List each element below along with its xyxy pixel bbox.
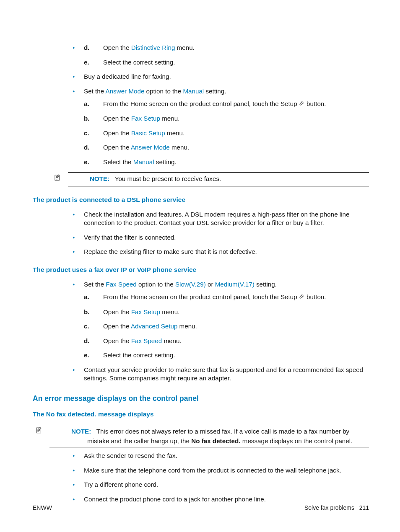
step-marker: e. — [84, 58, 89, 67]
dsl-item-1: Check the installation and features. A D… — [33, 210, 369, 227]
voip-set-fax-speed: Set the Fax Speed option to the Slow(V.2… — [33, 280, 369, 360]
ui-answer-mode2: Answer Mode — [131, 144, 170, 151]
error-item-4: Connect the product phone cord to a jack… — [33, 495, 369, 504]
note-bold: No fax detected. — [191, 437, 240, 444]
step-text: Select the Manual setting. — [103, 158, 177, 165]
note-box-no-fax: NOTE: This error does not always refer t… — [49, 425, 369, 447]
step-b: b. Open the Fax Setup menu. — [84, 308, 369, 317]
step-text: Open the Fax Setup menu. — [103, 115, 179, 122]
ui-manual: Manual — [183, 88, 204, 95]
step-marker: e. — [84, 158, 89, 167]
bullet-buy-line: Buy a dedicated line for faxing. — [33, 72, 369, 81]
footer-right: Solve fax problems 211 — [304, 504, 369, 512]
voip-contact-provider: Contact your service provider to make su… — [33, 366, 369, 383]
ui-distinctive-ring: Distinctive Ring — [131, 44, 175, 51]
ui-basic-setup: Basic Setup — [131, 129, 165, 137]
document-page: d. Open the Distinctive Ring menu. e. Se… — [0, 0, 400, 532]
bullet-text: Set the Answer Mode option to the Manual… — [84, 88, 226, 95]
ui-manual2: Manual — [133, 158, 154, 165]
step-d: d. Open the Distinctive Ring menu. — [84, 44, 369, 52]
footer-left: ENWW — [33, 504, 52, 512]
note-label: NOTE: — [90, 175, 109, 182]
step-a: a. From the Home screen on the product c… — [84, 293, 369, 302]
bullet-text: Check the installation and features. A D… — [84, 211, 349, 227]
bullet-text: Make sure that the telephone cord from t… — [84, 467, 341, 474]
dsl-item-3: Replace the existing filter to make sure… — [33, 248, 369, 256]
ui-fax-setup: Fax Setup — [131, 115, 160, 122]
step-d2: d. Open the Answer Mode menu. — [84, 143, 369, 152]
step-e: e. Select the correct setting. — [84, 58, 369, 67]
top-section: d. Open the Distinctive Ring menu. e. Se… — [33, 44, 369, 186]
step-text: Open the Basic Setup menu. — [103, 129, 184, 137]
note-content: NOTE: You must be present to receive fax… — [68, 174, 369, 184]
ui-fax-setup2: Fax Setup — [131, 308, 160, 315]
heading-error: An error message displays on the control… — [33, 394, 369, 404]
step-marker: a. — [84, 293, 89, 302]
note-content: NOTE: This error does not always refer t… — [49, 427, 369, 445]
step-marker: e. — [84, 351, 89, 360]
voip-steps: a. From the Home screen on the product c… — [84, 293, 369, 359]
step-marker: d. — [84, 44, 90, 52]
note-box-present: NOTE: You must be present to receive fax… — [68, 172, 369, 186]
error-item-1: Ask the sender to resend the fax. — [33, 452, 369, 460]
heading-no-fax-detected: The No fax detected. message displays — [33, 410, 369, 419]
page-number: 211 — [359, 504, 369, 511]
step-text: From the Home screen on the product cont… — [103, 100, 326, 107]
heading-voip: The product uses a fax over IP or VoIP p… — [33, 266, 369, 274]
step-a: a. From the Home screen on the product c… — [84, 100, 369, 108]
step-d: d. Open the Fax Speed menu. — [84, 337, 369, 346]
step-text: Open the Distinctive Ring menu. — [103, 44, 195, 51]
step-text: Select the correct setting. — [103, 351, 175, 359]
dsl-item-2: Verify that the filter is connected. — [33, 233, 369, 242]
note-text: This error does not always refer to a mi… — [87, 428, 352, 444]
ui-fax-speed: Fax Speed — [106, 281, 136, 288]
bullet-text: Connect the product phone cord to a jack… — [84, 496, 266, 503]
step-marker: b. — [84, 308, 90, 317]
step-e: e. Select the correct setting. — [84, 351, 369, 360]
step-text: Open the Answer Mode menu. — [103, 144, 189, 151]
step-text: Open the Advanced Setup menu. — [103, 323, 197, 330]
bullet-text: Contact your service provider to make su… — [84, 366, 363, 382]
continued-ordered-list: d. Open the Distinctive Ring menu. e. Se… — [84, 44, 369, 67]
step-b: b. Open the Fax Setup menu. — [84, 114, 369, 123]
step-marker: d. — [84, 337, 90, 346]
step-e2: e. Select the Manual setting. — [84, 158, 369, 167]
bullet-text: Try a different phone cord. — [84, 481, 158, 488]
note-label: NOTE: — [71, 428, 91, 435]
ui-answer-mode: Answer Mode — [106, 88, 145, 95]
note-icon — [61, 426, 71, 436]
ui-fax-speed2: Fax Speed — [131, 337, 162, 344]
step-marker: c. — [84, 129, 89, 138]
bullet-set-answer-mode: Set the Answer Mode option to the Manual… — [33, 87, 369, 167]
voip-list: Set the Fax Speed option to the Slow(V.2… — [33, 280, 369, 383]
step-marker: c. — [84, 322, 89, 331]
step-c: c. Open the Basic Setup menu. — [84, 129, 369, 138]
wrench-icon — [299, 100, 305, 108]
ui-slow-v29: Slow(V.29) — [175, 281, 206, 288]
ui-medium-v17: Medium(V.17) — [215, 281, 255, 288]
note-icon — [80, 174, 90, 184]
set-answer-steps: a. From the Home screen on the product c… — [84, 100, 369, 166]
bullet-text: Replace the existing filter to make sure… — [84, 248, 257, 255]
step-marker: b. — [84, 114, 90, 123]
bullet-text: Set the Fax Speed option to the Slow(V.2… — [84, 281, 277, 288]
step-text: Open the Fax Speed menu. — [103, 337, 182, 344]
dsl-list: Check the installation and features. A D… — [33, 210, 369, 256]
bullet-text: Ask the sender to resend the fax. — [84, 452, 177, 459]
step-c: c. Open the Advanced Setup menu. — [84, 322, 369, 331]
note-text: You must be present to receive faxes. — [115, 175, 221, 182]
step-marker: d. — [84, 143, 90, 152]
top-bullet-list: Buy a dedicated line for faxing. Set the… — [33, 72, 369, 166]
error-list: Ask the sender to resend the fax. Make s… — [33, 452, 369, 504]
error-item-2: Make sure that the telephone cord from t… — [33, 466, 369, 475]
wrench-icon — [299, 293, 305, 302]
bullet-text: Buy a dedicated line for faxing. — [84, 73, 171, 80]
error-item-3: Try a different phone cord. — [33, 480, 369, 489]
heading-dsl: The product is connected to a DSL phone … — [33, 196, 369, 204]
bullet-text: Verify that the filter is connected. — [84, 234, 176, 241]
ui-advanced-setup: Advanced Setup — [131, 323, 177, 330]
step-text: From the Home screen on the product cont… — [103, 293, 326, 300]
step-text: Open the Fax Setup menu. — [103, 308, 179, 315]
step-marker: a. — [84, 100, 89, 108]
page-footer: ENWW Solve fax problems 211 — [33, 504, 369, 512]
